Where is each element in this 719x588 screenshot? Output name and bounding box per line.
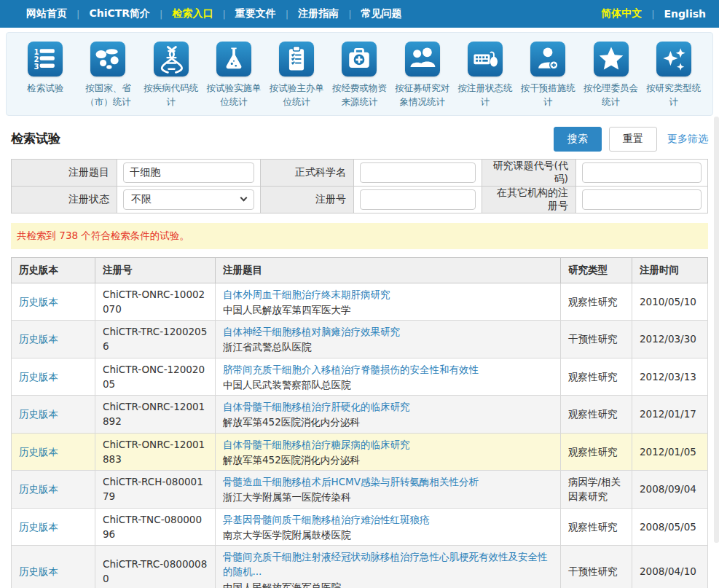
reg-date-cell: 2012/01/05 [632, 433, 708, 471]
stats-toolbar: 123检索试验按国家、省（市）统计按疾病代码统计按试验实施单位统计按试验主办单位… [6, 32, 713, 116]
study-type-cell: 观察性研究 [561, 508, 632, 546]
sci-name-label: 正式科学名 [261, 159, 354, 186]
trial-title-link[interactable]: 脐带间充质干细胞介入移植治疗脊髓损伤的安全性和有效性 [223, 362, 553, 377]
world-map-icon [90, 42, 125, 77]
other-reg-input[interactable] [582, 189, 702, 210]
trial-org-label: 解放军第452医院消化内分泌科 [223, 416, 360, 428]
history-version-link[interactable]: 历史版本 [19, 371, 58, 383]
toolbar-item[interactable]: 按疾病代码统计 [140, 42, 203, 109]
trial-org-label: 中国人民解放军第四军医大学 [223, 304, 351, 315]
trial-title-link[interactable]: 自体骨髓干细胞移植治疗糖尿病的临床研究 [223, 437, 553, 452]
toolbar-item[interactable]: 按国家、省（市）统计 [76, 42, 139, 109]
trial-title-link[interactable]: 自体骨髓干细胞移植治疗肝硬化的临床研究 [223, 399, 553, 414]
reg-number-cell: ChiCTR-ONC-12002005 [95, 358, 216, 396]
toolbar-item[interactable]: 按干预措施统计 [516, 42, 579, 109]
history-version-link[interactable]: 历史版本 [19, 296, 58, 307]
table-row: 历史版本ChiCTR-TRC-08000080骨髓间充质干细胞注射液经冠状动脉移… [12, 546, 708, 588]
nav-item-search-entry[interactable]: 检索入口 [172, 7, 213, 20]
table-row: 历史版本ChiCTR-RCH-08000179骨髓造血干细胞移植术后HCMV感染… [12, 471, 708, 509]
toolbar-item-label: 按伦理委员会统计 [579, 82, 642, 109]
reg-status-select[interactable]: 不限 [123, 189, 254, 210]
sci-name-input[interactable] [360, 162, 476, 183]
trial-org-label: 浙江大学附属第一医院传染科 [223, 491, 351, 503]
page: 网站首页 | ChiCTR简介 | 检索入口 | 重要文件 | 注册指南 | 常… [0, 0, 719, 588]
lang-english-link[interactable]: English [664, 8, 706, 20]
table-row: 历史版本ChiCTR-TRC-12002056自体神经干细胞移植对脑瘫治疗效果研… [12, 321, 708, 358]
header-title: 注册题目 [216, 257, 561, 283]
toolbar-item[interactable]: 按注册状态统计 [454, 42, 516, 109]
star-icon [594, 42, 629, 77]
nav-separator: | [651, 9, 654, 20]
history-version-link[interactable]: 历史版本 [19, 446, 58, 458]
search-button[interactable]: 搜索 [554, 127, 602, 152]
lang-chinese-link[interactable]: 简体中文 [601, 7, 642, 20]
dna-icon [154, 42, 189, 77]
header-type: 研究类型 [561, 257, 632, 283]
trial-org-label: 南京大学医学院附属鼓楼医院 [223, 529, 351, 541]
table-row: 历史版本ChiCTR-TNC-08000096异基因骨髓间质干细胞移植治疗难治性… [12, 508, 708, 546]
section-header: 检索试验 搜索 重置 更多筛选 [11, 127, 708, 152]
history-version-link[interactable]: 历史版本 [19, 408, 58, 420]
reg-number-cell: ChiCTR-ONRC-12001892 [95, 396, 216, 434]
reg-status-label: 注册状态 [12, 186, 117, 213]
nav-separator: | [160, 9, 162, 20]
toolbar-item[interactable]: 123检索试验 [14, 42, 76, 109]
top-navbar: 网站首页 | ChiCTR简介 | 检索入口 | 重要文件 | 注册指南 | 常… [0, 0, 719, 28]
trial-title-link[interactable]: 自体外周血干细胞治疗终末期肝病研究 [223, 287, 553, 302]
reg-title-input[interactable] [123, 162, 254, 183]
trial-title-link[interactable]: 异基因骨髓间质干细胞移植治疗难治性红斑狼疮 [223, 512, 553, 527]
toolbar-item[interactable]: 按试验主办单位统计 [265, 42, 328, 109]
sparkles-icon [656, 42, 691, 77]
nav-separator: | [286, 9, 288, 20]
nav-item-guide[interactable]: 注册指南 [298, 7, 339, 20]
svg-text:3: 3 [34, 63, 39, 71]
trial-title-link[interactable]: 骨髓造血干细胞移植术后HCMV感染与肝转氨酶相关性分析 [223, 474, 553, 489]
trial-org-label: 浙江省武警总队医院 [223, 341, 312, 353]
history-version-link[interactable]: 历史版本 [19, 333, 58, 345]
reg-number-cell: ChiCTR-RCH-08000179 [95, 471, 216, 509]
toolbar-item-label: 按征募研究对象情况统计 [391, 82, 454, 109]
nav-item-faq[interactable]: 常见问题 [361, 7, 402, 20]
reset-button[interactable]: 重置 [609, 127, 657, 152]
first-aid-kit-icon [342, 42, 377, 77]
more-filters-link[interactable]: 更多筛选 [667, 133, 708, 146]
history-version-link[interactable]: 历史版本 [19, 521, 58, 533]
nav-item-home[interactable]: 网站首页 [26, 7, 67, 20]
reg-status-value: 不限 [131, 193, 152, 206]
results-table: 历史版本 注册号 注册题目 研究类型 注册时间 历史版本ChiCTR-ONRC-… [11, 257, 708, 588]
toolbar-item-label: 按注册状态统计 [454, 82, 516, 109]
trial-title-link[interactable]: 自体神经干细胞移植对脑瘫治疗效果研究 [223, 324, 553, 339]
study-type-cell: 干预性研究 [561, 546, 632, 588]
toolbar-item[interactable]: 按研究类型统计 [643, 42, 705, 109]
reg-date-cell: 2012/03/13 [632, 358, 708, 396]
study-type-cell: 观察性研究 [561, 283, 632, 321]
table-row: 历史版本ChiCTR-ONRC-10002070自体外周血干细胞治疗终末期肝病研… [12, 283, 708, 321]
result-count-message: 共检索到 738 个符合检索条件的试验。 [11, 223, 708, 249]
toolbar-item[interactable]: 按试验实施单位统计 [203, 42, 265, 109]
trial-title-link[interactable]: 骨髓间充质干细胞注射液经冠状动脉移植治疗急性心肌梗死有效性及安全性的随机... [223, 549, 553, 579]
toolbar-item[interactable]: 按征募研究对象情况统计 [391, 42, 454, 109]
toolbar-item[interactable]: 按伦理委员会统计 [579, 42, 642, 109]
table-row: 历史版本ChiCTR-ONRC-12001883自体骨髓干细胞移植治疗糖尿病的临… [12, 433, 708, 471]
reg-number-cell: ChiCTR-TRC-12002056 [95, 321, 216, 358]
toolbar-item-label: 按国家、省（市）统计 [76, 82, 139, 109]
study-code-input[interactable] [582, 162, 702, 183]
table-header-row: 历史版本 注册号 注册题目 研究类型 注册时间 [12, 257, 708, 283]
language-switcher: 简体中文 | English [601, 7, 706, 20]
trial-org-label: 中国人民解放军海军总医院 [223, 581, 341, 588]
table-row: 历史版本ChiCTR-ONRC-12001892自体骨髓干细胞移植治疗肝硬化的临… [12, 396, 708, 434]
reg-number-cell: ChiCTR-ONRC-12001883 [95, 433, 216, 471]
nav-separator: | [222, 9, 225, 20]
vertical-scrollbar[interactable] [714, 117, 719, 543]
history-version-link[interactable]: 历史版本 [19, 565, 58, 577]
nav-item-about[interactable]: ChiCTR简介 [89, 7, 150, 20]
toolbar-item[interactable]: 按经费或物资来源统计 [328, 42, 390, 109]
nav-menu: 网站首页 | ChiCTR简介 | 检索入口 | 重要文件 | 注册指南 | 常… [26, 7, 402, 20]
history-version-link[interactable]: 历史版本 [19, 483, 58, 495]
nav-separator: | [76, 9, 79, 20]
nav-item-documents[interactable]: 重要文件 [235, 7, 276, 20]
trial-org-label: 中国人民武装警察部队总医院 [223, 379, 351, 391]
reg-number-input[interactable] [360, 189, 476, 210]
stats-toolbar-wrap: 123检索试验按国家、省（市）统计按疾病代码统计按试验实施单位统计按试验主办单位… [0, 28, 719, 116]
doctor-icon [530, 42, 565, 77]
